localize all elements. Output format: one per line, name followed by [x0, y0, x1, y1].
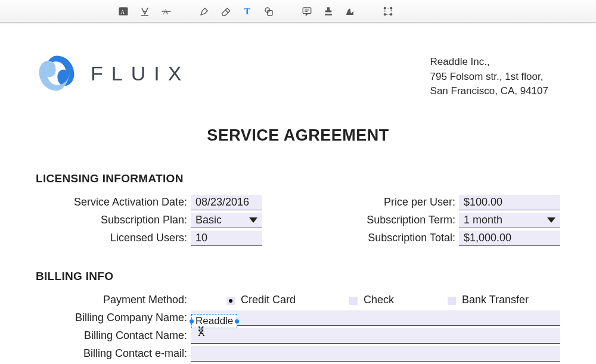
- eraser-icon[interactable]: [216, 1, 236, 21]
- radio-icon: [448, 297, 456, 305]
- text-cursor-icon: [195, 325, 207, 338]
- billing-contact-email-label: Billing Contact e-mail:: [36, 347, 191, 360]
- radio-icon: [349, 297, 358, 305]
- payment-option-bank[interactable]: Bank Transfer: [448, 294, 529, 306]
- svg-text:A: A: [121, 8, 125, 14]
- billing-company-input[interactable]: [191, 310, 560, 326]
- payment-option-check[interactable]: Check: [349, 294, 394, 306]
- price-per-user-label: Price per User:: [334, 196, 459, 209]
- signature-icon[interactable]: [340, 1, 360, 21]
- svg-text:T: T: [244, 7, 250, 16]
- payment-option-credit[interactable]: Credit Card: [226, 294, 296, 306]
- svg-point-16: [390, 13, 392, 15]
- svg-point-13: [384, 7, 386, 9]
- address-line: Readdle Inc.,: [430, 55, 548, 70]
- underline-icon[interactable]: [135, 1, 155, 21]
- activation-date-label: Service Activation Date:: [36, 196, 191, 209]
- company-address: Readdle Inc., 795 Folsom str., 1st floor…: [430, 52, 560, 99]
- price-per-user-input[interactable]: $100.00: [459, 195, 560, 210]
- address-line: 795 Folsom str., 1st floor,: [430, 70, 548, 85]
- svg-rect-8: [303, 8, 311, 14]
- licensed-users-input[interactable]: 10: [191, 231, 262, 246]
- svg-point-15: [384, 13, 386, 15]
- text-style-icon[interactable]: A: [113, 1, 134, 21]
- fluix-logo-icon: [36, 52, 77, 94]
- shape-icon[interactable]: [259, 1, 279, 21]
- subscription-plan-select[interactable]: Basic: [191, 213, 262, 228]
- subscription-total-label: Subscription Total:: [334, 232, 459, 244]
- svg-rect-11: [325, 14, 332, 15]
- resize-handle-icon[interactable]: [190, 319, 194, 323]
- billing-company-label: Billing Company Name:: [36, 312, 191, 324]
- company-name: FLUIX: [91, 62, 190, 85]
- billing-contact-name-label: Billing Contact Name:: [36, 329, 191, 342]
- note-icon[interactable]: [297, 1, 317, 21]
- text-tool-icon[interactable]: T: [237, 1, 257, 21]
- subscription-total-input[interactable]: $1,000.00: [459, 231, 560, 246]
- address-line: San Francisco, CA, 94107: [430, 84, 548, 99]
- chevron-down-icon: [547, 217, 555, 223]
- selection-icon[interactable]: [378, 1, 398, 21]
- subscription-plan-label: Subscription Plan:: [36, 214, 191, 226]
- document-title: SERVICE AGREEMENT: [36, 126, 560, 145]
- activation-date-input[interactable]: 08/23/2016: [191, 195, 262, 210]
- company-logo: FLUIX: [36, 52, 190, 94]
- svg-rect-12: [385, 8, 392, 14]
- billing-contact-email-input[interactable]: [191, 346, 560, 362]
- document-page: FLUIX Readdle Inc., 795 Folsom str., 1st…: [0, 23, 596, 363]
- chevron-down-icon: [249, 217, 257, 223]
- licensed-users-label: Licensed Users:: [36, 232, 191, 244]
- licensing-heading: LICENSING INFORMATION: [36, 172, 560, 185]
- svg-point-14: [390, 7, 392, 9]
- payment-method-label: Payment Method:: [36, 294, 191, 306]
- billing-contact-name-input[interactable]: [191, 328, 560, 344]
- subscription-term-select[interactable]: 1 month: [459, 213, 560, 228]
- pen-icon[interactable]: [194, 1, 215, 21]
- annotation-toolbar: A A T: [0, 0, 596, 23]
- stamp-icon[interactable]: [318, 1, 339, 21]
- strikethrough-icon[interactable]: A: [156, 1, 176, 21]
- svg-rect-6: [268, 10, 272, 15]
- billing-heading: BILLING INFO: [36, 270, 560, 283]
- radio-icon: [226, 297, 235, 305]
- subscription-term-label: Subscription Term:: [334, 214, 459, 226]
